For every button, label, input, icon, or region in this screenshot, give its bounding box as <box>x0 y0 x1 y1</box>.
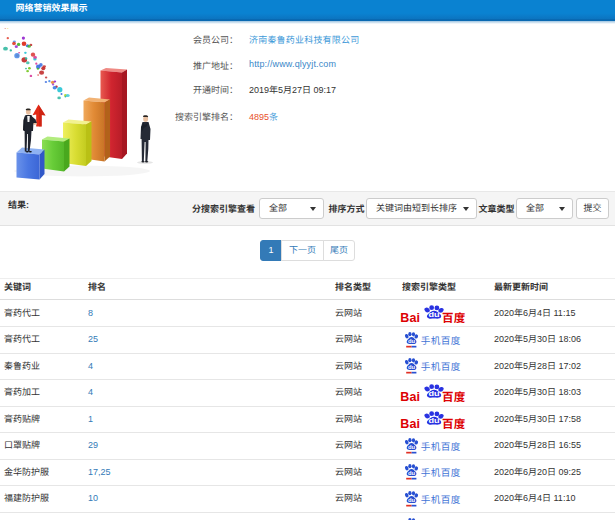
svg-text:百度: 百度 <box>442 388 466 402</box>
svg-text:手机百度: 手机百度 <box>421 465 461 479</box>
svg-text:手机百度: 手机百度 <box>421 359 461 373</box>
svg-text:du: du <box>428 417 439 424</box>
svg-text:du: du <box>428 311 439 318</box>
svg-text:du: du <box>408 338 416 344</box>
svg-text:du: du <box>428 390 439 397</box>
svg-text:Bai: Bai <box>400 417 420 429</box>
svg-text:Bai: Bai <box>400 390 420 402</box>
svg-text:百度: 百度 <box>442 415 466 429</box>
svg-text:手机百度: 手机百度 <box>421 439 461 453</box>
svg-text:du: du <box>408 364 416 370</box>
svg-text:du: du <box>408 497 416 503</box>
svg-text:Bai: Bai <box>400 311 420 323</box>
svg-text:du: du <box>408 444 416 450</box>
svg-text:du: du <box>408 470 416 476</box>
svg-text:手机百度: 手机百度 <box>421 333 461 347</box>
svg-text:手机百度: 手机百度 <box>421 492 461 506</box>
svg-text:百度: 百度 <box>442 309 466 323</box>
